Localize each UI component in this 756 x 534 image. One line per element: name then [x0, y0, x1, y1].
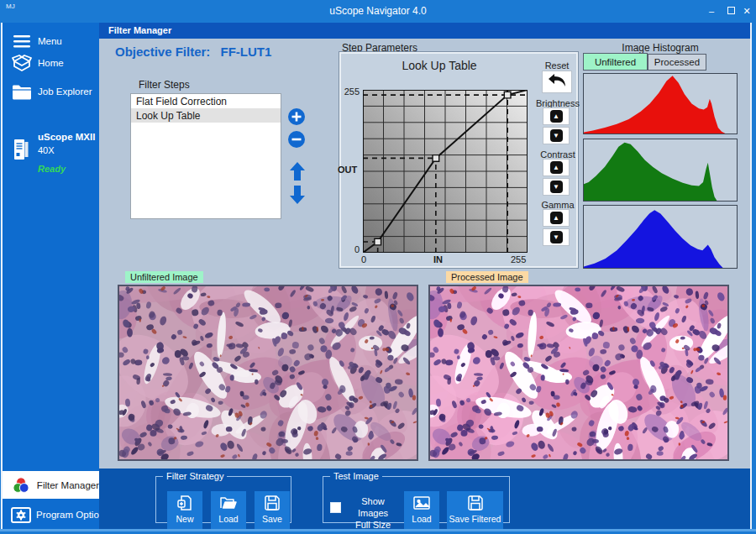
button-label: New [176, 514, 193, 524]
remove-step-button[interactable] [287, 130, 306, 149]
open-folder-icon [211, 495, 246, 513]
window-border [1, 23, 3, 534]
content-area: Objective Filter: FF-LUT1 Filter Steps F… [99, 39, 750, 469]
save-filtered-button[interactable]: Save Filtered [447, 491, 503, 529]
page-header: Filter Manager [99, 23, 750, 39]
down-triangle-icon: ▼ [550, 181, 563, 193]
processed-image [428, 285, 729, 461]
sidebar-item-label: Job Explorer [38, 86, 92, 97]
histogram-red [583, 73, 738, 134]
lut-ylabel: OUT [338, 165, 357, 175]
sidebar: Menu Home Job Explorer uScope MXII 40X R… [3, 23, 99, 529]
sidebar-item-filter-manager[interactable]: Filter Manager [3, 471, 99, 499]
lut-xmax-tick: 255 [511, 254, 526, 264]
gamma-down-button[interactable]: ▼ [543, 228, 570, 246]
lut-xlabel: IN [433, 254, 443, 264]
sidebar-item-job-explorer[interactable]: Job Explorer [3, 78, 99, 105]
load-test-image-button[interactable]: Load [404, 491, 439, 529]
minimize-icon[interactable]: – [704, 4, 719, 18]
filter-strategy-group: Filter Strategy New Load Save [155, 471, 291, 523]
list-item[interactable]: Flat Field Correction [131, 94, 281, 108]
brightness-up-button[interactable]: ▲ [543, 107, 570, 125]
rgb-circles-icon [11, 476, 32, 495]
button-label: Load [218, 514, 238, 524]
tab-processed[interactable]: Processed [648, 54, 706, 71]
contrast-up-button[interactable]: ▲ [543, 159, 570, 176]
up-triangle-icon: ▲ [550, 212, 563, 224]
save-strategy-button[interactable]: Save [255, 491, 290, 529]
tab-unfiltered[interactable]: Unfiltered [583, 53, 648, 71]
filter-strategy-label: Filter Strategy [163, 471, 227, 481]
maximize-icon[interactable] [723, 4, 738, 18]
down-triangle-icon: ▼ [550, 231, 563, 243]
processed-image-filtered-layer [430, 286, 727, 459]
microscope-device-icon [11, 137, 33, 165]
home-icon [11, 54, 33, 72]
reset-button[interactable] [542, 71, 572, 93]
objective-filter-value: FF-LUT1 [221, 44, 272, 59]
add-step-button[interactable] [287, 107, 306, 126]
test-image-group: Test Image Show Images Full Size Load Sa… [323, 471, 510, 523]
processed-image-label: Processed Image [446, 271, 528, 283]
up-triangle-icon: ▲ [550, 110, 563, 123]
down-triangle-icon: ▼ [550, 129, 563, 142]
sidebar-item-home[interactable]: Home [3, 50, 99, 76]
lut-ymin-tick: 0 [346, 244, 360, 254]
show-full-size-checkbox[interactable] [330, 502, 341, 513]
move-step-down-button[interactable] [289, 185, 306, 205]
unfiltered-image-label: Unfiltered Image [125, 271, 203, 283]
app-window: MJ uScope Navigator 4.0 – ✕ Menu Home Jo… [0, 0, 756, 534]
window-border [752, 23, 756, 529]
hamburger-menu-icon [11, 35, 33, 48]
lut-plot[interactable] [363, 90, 528, 253]
new-strategy-button[interactable]: New [167, 491, 202, 529]
new-document-icon [167, 495, 202, 513]
button-label: Load [412, 514, 431, 524]
sidebar-item-program-options[interactable]: Program Options [3, 501, 99, 528]
brightness-down-button[interactable]: ▼ [543, 127, 570, 144]
undo-arrow-icon [546, 72, 568, 92]
gear-icon [11, 507, 31, 523]
reset-label: Reset [538, 60, 575, 71]
filter-steps-list[interactable]: Flat Field Correction Look Up Table [130, 93, 281, 219]
sidebar-item-label: Program Options [36, 510, 109, 520]
button-label: Save [262, 514, 282, 524]
image-histogram-label: Image Histogram [583, 42, 738, 54]
folder-icon [11, 84, 33, 100]
move-step-up-button[interactable] [289, 161, 306, 181]
lut-ymax-tick: 255 [339, 86, 360, 97]
histogram-green [583, 139, 738, 202]
close-icon[interactable]: ✕ [739, 4, 754, 18]
image-icon [404, 495, 439, 513]
device-name: uScope MXII [38, 132, 95, 142]
window-title: uScope Navigator 4.0 [0, 5, 756, 17]
lut-xmin-tick: 0 [361, 254, 366, 264]
checkbox-label: Show Images Full Size [345, 495, 401, 531]
filter-steps-label: Filter Steps [139, 79, 190, 91]
objective-filter-label: Objective Filter: [115, 44, 210, 59]
load-strategy-button[interactable]: Load [211, 491, 246, 529]
unfiltered-image [118, 285, 418, 461]
contrast-down-button[interactable]: ▼ [543, 178, 570, 196]
sidebar-item-label: Home [38, 58, 64, 68]
gamma-up-button[interactable]: ▲ [543, 209, 570, 227]
device-status-ready: Ready [38, 164, 66, 174]
device-magnification: 40X [38, 145, 55, 155]
lut-chart-title: Look Up Table [351, 59, 528, 72]
list-item-selected[interactable]: Look Up Table [131, 108, 281, 123]
footer-bar: Filter Strategy New Load Save [99, 469, 750, 529]
test-image-label: Test Image [330, 471, 382, 481]
floppy-save-icon [255, 495, 290, 513]
button-label: Save Filtered [449, 514, 501, 524]
title-bar: MJ uScope Navigator 4.0 – ✕ [0, 0, 756, 23]
up-triangle-icon: ▲ [550, 161, 563, 174]
histogram-blue [583, 205, 738, 269]
page-title: Filter Manager [108, 25, 171, 35]
floppy-save-icon [447, 495, 503, 513]
sidebar-item-label: Filter Manager [37, 480, 99, 490]
objective-filter: Objective Filter: FF-LUT1 [115, 44, 271, 59]
sidebar-item-label: Menu [38, 36, 62, 46]
